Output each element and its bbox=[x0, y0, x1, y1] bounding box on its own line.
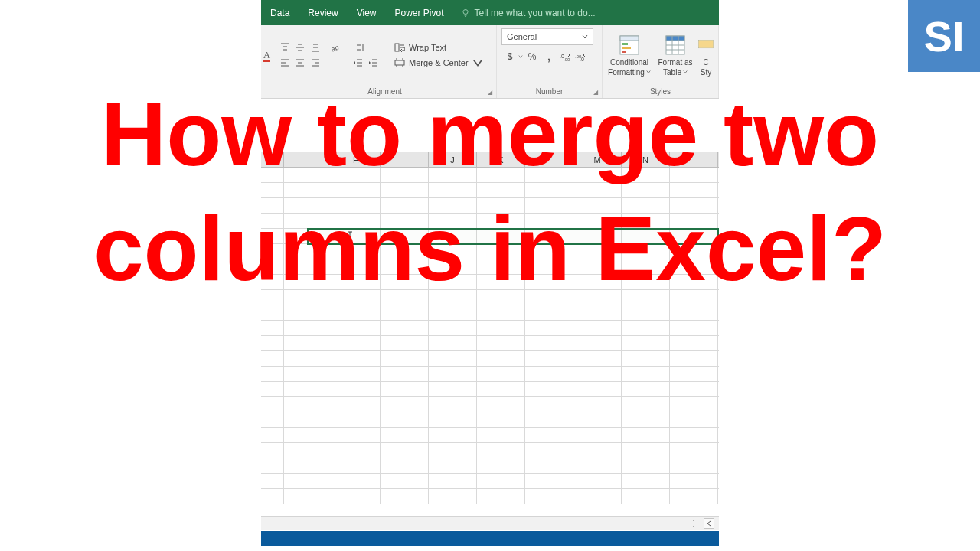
chevron-down-icon bbox=[582, 34, 588, 40]
scroll-left-button[interactable] bbox=[704, 518, 714, 529]
ribbon-group-number: General $ % , .0.00 .00.0 Number ◢ bbox=[497, 25, 603, 98]
column-header[interactable] bbox=[670, 152, 718, 167]
svg-rect-30 bbox=[395, 44, 399, 51]
wrap-text-button[interactable]: Wrap Text bbox=[390, 41, 488, 54]
column-header-h[interactable]: H bbox=[332, 152, 381, 167]
cell-styles-icon bbox=[697, 34, 714, 57]
ribbon-group-font-fragment: A bbox=[261, 25, 273, 98]
column-headers: H J K M N bbox=[261, 152, 719, 168]
decrease-decimal-button[interactable]: .00.0 bbox=[573, 50, 587, 64]
column-header-n[interactable]: N bbox=[622, 152, 670, 167]
cell-styles-button[interactable]: C Sty bbox=[697, 32, 714, 78]
alignment-dialog-launcher[interactable]: ◢ bbox=[486, 89, 494, 96]
align-left-button[interactable] bbox=[278, 56, 292, 70]
column-header[interactable] bbox=[525, 152, 573, 167]
svg-rect-41 bbox=[620, 36, 639, 41]
comma-format-button[interactable]: , bbox=[541, 50, 557, 64]
svg-rect-52 bbox=[698, 40, 713, 47]
column-header-blank[interactable] bbox=[261, 152, 284, 167]
orientation-button[interactable]: ab bbox=[325, 41, 345, 54]
svg-text:.0: .0 bbox=[580, 57, 584, 62]
svg-rect-42 bbox=[622, 43, 628, 45]
excel-window: Data Review View Power Pivot Tell me wha… bbox=[261, 0, 719, 551]
align-bottom-button[interactable] bbox=[309, 41, 322, 54]
lightbulb-icon bbox=[461, 8, 470, 18]
align-middle-button[interactable] bbox=[293, 41, 307, 54]
alignment-group-label: Alignment bbox=[368, 87, 401, 96]
accounting-format-button[interactable]: $ bbox=[501, 50, 518, 64]
align-top-button[interactable] bbox=[278, 41, 292, 54]
column-header-j[interactable]: J bbox=[429, 152, 477, 167]
conditional-formatting-button[interactable]: Conditional Formatting bbox=[606, 32, 653, 78]
tell-me-placeholder: Tell me what you want to do... bbox=[475, 8, 596, 18]
svg-rect-46 bbox=[666, 36, 684, 41]
merge-center-button[interactable]: Merge & Center bbox=[390, 56, 488, 70]
channel-logo: SI bbox=[908, 0, 980, 72]
svg-text:ab: ab bbox=[330, 43, 340, 52]
tab-data[interactable]: Data bbox=[261, 0, 299, 25]
wrap-text-label: Wrap Text bbox=[409, 43, 446, 52]
tab-review[interactable]: Review bbox=[299, 0, 347, 25]
column-header-m[interactable]: M bbox=[573, 152, 622, 167]
increase-decimal-button[interactable]: .0.00 bbox=[558, 50, 572, 64]
active-cell-selection[interactable] bbox=[307, 228, 719, 245]
number-format-value: General bbox=[507, 32, 537, 41]
chevron-down-icon bbox=[472, 57, 483, 68]
text-cursor-icon bbox=[347, 231, 348, 243]
channel-logo-text: SI bbox=[924, 11, 965, 61]
spreadsheet-grid[interactable] bbox=[261, 168, 719, 509]
ribbon-group-styles: Conditional Formatting Format as Table bbox=[603, 25, 719, 98]
align-right-button[interactable] bbox=[309, 56, 322, 70]
tab-view[interactable]: View bbox=[348, 0, 386, 25]
svg-rect-44 bbox=[622, 51, 626, 53]
ribbon-tabs: Data Review View Power Pivot Tell me wha… bbox=[261, 0, 719, 25]
svg-rect-31 bbox=[395, 60, 404, 65]
wrap-orientation-dropdown[interactable] bbox=[351, 41, 368, 54]
styles-group-label: Styles bbox=[650, 87, 671, 96]
svg-rect-43 bbox=[622, 47, 631, 49]
chevron-down-icon bbox=[518, 54, 523, 59]
merge-center-label: Merge & Center bbox=[409, 58, 469, 67]
align-center-button[interactable] bbox=[293, 56, 307, 70]
chevron-down-icon bbox=[646, 70, 651, 74]
ribbon-body: A bbox=[261, 25, 719, 99]
tab-power-pivot[interactable]: Power Pivot bbox=[386, 0, 453, 25]
conditional-formatting-icon bbox=[618, 34, 641, 57]
svg-point-0 bbox=[463, 9, 468, 14]
column-header[interactable] bbox=[381, 152, 429, 167]
increase-indent-button[interactable] bbox=[367, 56, 381, 70]
svg-text:.00: .00 bbox=[564, 57, 570, 62]
number-dialog-launcher[interactable]: ◢ bbox=[592, 89, 599, 96]
chevron-down-icon bbox=[683, 70, 688, 74]
format-as-table-icon bbox=[664, 34, 687, 57]
tell-me-search[interactable]: Tell me what you want to do... bbox=[453, 0, 603, 25]
number-group-label: Number bbox=[536, 87, 564, 96]
number-format-select[interactable]: General bbox=[501, 28, 593, 45]
status-bar bbox=[261, 531, 719, 546]
column-header-k[interactable]: K bbox=[477, 152, 525, 167]
formula-bar-area[interactable] bbox=[261, 99, 719, 152]
sheet-tab-strip: ⋮ bbox=[261, 516, 719, 530]
decrease-indent-button[interactable] bbox=[351, 56, 365, 70]
column-header[interactable] bbox=[284, 152, 332, 167]
ribbon-group-alignment: ab Wrap Text bbox=[273, 25, 497, 98]
format-as-table-button[interactable]: Format as Table bbox=[655, 32, 696, 78]
font-color-button[interactable]: A bbox=[262, 48, 272, 62]
sheet-scroll-dots[interactable]: ⋮ bbox=[690, 519, 699, 527]
percent-format-button[interactable]: % bbox=[524, 50, 540, 64]
